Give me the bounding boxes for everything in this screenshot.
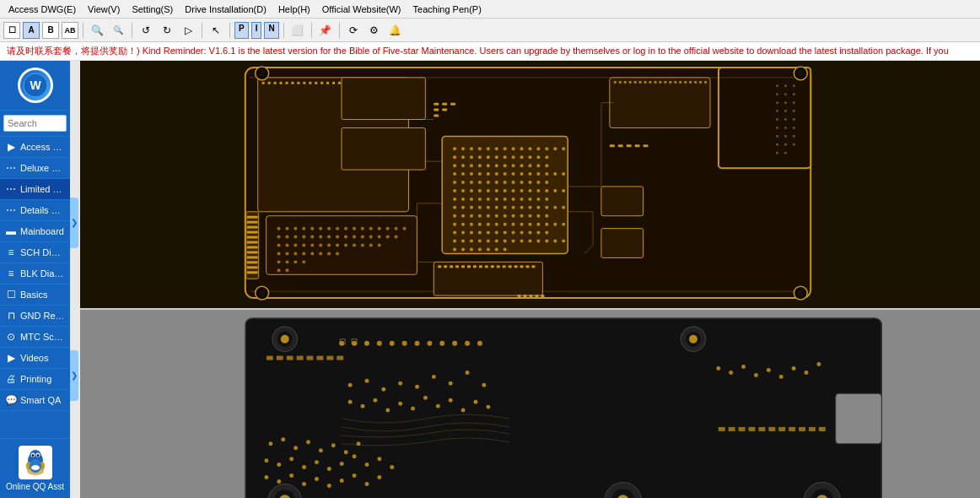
svg-point-153 xyxy=(478,214,482,218)
svg-point-301 xyxy=(344,235,347,239)
sidebar-item-mainboard[interactable]: ▬ Mainboard xyxy=(0,221,70,242)
sidebar-logo: W xyxy=(0,61,70,111)
pcb-container[interactable] xyxy=(80,61,980,498)
svg-point-78 xyxy=(503,164,507,167)
svg-point-76 xyxy=(487,164,490,167)
svg-point-69 xyxy=(529,155,532,159)
menu-drive-installation[interactable]: Drive Installation(D) xyxy=(180,3,272,16)
svg-rect-32 xyxy=(332,82,335,84)
svg-point-59 xyxy=(562,147,565,150)
svg-point-88 xyxy=(487,172,490,176)
pin-p-btn[interactable]: P xyxy=(234,22,249,39)
pin-i-btn[interactable]: I xyxy=(251,22,262,39)
menu-help[interactable]: Help(H) xyxy=(273,3,315,16)
pin-n-btn[interactable]: N xyxy=(264,22,278,39)
svg-rect-374 xyxy=(509,265,512,268)
sidebar-item-smart-qa[interactable]: 💬 Smart QA xyxy=(0,390,70,411)
svg-rect-370 xyxy=(485,265,488,268)
sidebar-item-limited-ed[interactable]: ⋯ Limited Ed. xyxy=(0,179,70,200)
svg-rect-30 xyxy=(320,82,323,84)
menu-teaching-pen[interactable]: Teaching Pen(P) xyxy=(408,3,487,16)
svg-point-93 xyxy=(529,172,532,176)
svg-point-143 xyxy=(512,206,515,209)
svg-point-281 xyxy=(310,227,314,230)
sidebar-item-details-dw[interactable]: ⋯ Details DW xyxy=(0,200,70,221)
zoom-out-btn[interactable]: 🔍 xyxy=(109,22,127,39)
toolbar-btn-a[interactable]: A xyxy=(23,22,40,39)
svg-point-86 xyxy=(470,172,473,176)
toolbar-btn-b[interactable]: B xyxy=(42,22,59,39)
svg-point-74 xyxy=(470,164,473,167)
forward-btn[interactable]: ▷ xyxy=(179,22,197,39)
svg-point-72 xyxy=(453,164,456,167)
svg-rect-506 xyxy=(326,356,333,360)
sidebar-item-printing[interactable]: 🖨 Printing xyxy=(0,369,70,390)
svg-point-411 xyxy=(465,341,470,346)
sidebar-item-deluxe-ed[interactable]: ⋯ Deluxe Ed. xyxy=(0,158,70,179)
basics-icon: ☐ xyxy=(5,289,17,300)
collapse-handle-bottom[interactable]: ❯ xyxy=(70,350,78,401)
svg-point-417 xyxy=(415,385,419,389)
svg-rect-364 xyxy=(450,265,453,268)
svg-point-322 xyxy=(285,252,288,255)
svg-rect-28 xyxy=(309,82,311,84)
sidebar-item-mtc-schen[interactable]: ⊙ MTC Schen. xyxy=(0,327,70,348)
sidebar: W ▶ Access DW ⋯ Deluxe Ed. ⋯ Limited Ed.… xyxy=(0,61,70,498)
sidebar-item-sch-diagr[interactable]: ≡ SCH Diagr. xyxy=(0,242,70,263)
select-btn[interactable]: ↖ xyxy=(207,22,225,39)
menu-view[interactable]: View(V) xyxy=(83,3,125,16)
svg-rect-503 xyxy=(297,356,304,360)
svg-point-130 xyxy=(503,198,507,201)
qq-icon[interactable] xyxy=(19,446,52,479)
svg-point-428 xyxy=(423,396,428,400)
svg-point-471 xyxy=(816,362,821,366)
svg-point-335 xyxy=(776,84,778,87)
toolbar-sep-3 xyxy=(202,23,202,38)
redo-btn[interactable]: ↻ xyxy=(158,22,176,39)
svg-point-439 xyxy=(331,443,336,447)
sidebar-item-basics[interactable]: ☐ Basics xyxy=(0,284,70,306)
svg-point-328 xyxy=(336,252,339,255)
mainboard-icon: ▬ xyxy=(5,225,17,237)
svg-point-344 xyxy=(776,110,778,112)
svg-point-359 xyxy=(776,152,778,154)
sidebar-item-blk-diagra[interactable]: ≡ BLK Diagra. xyxy=(0,263,70,284)
sidebar-item-gnd-resist[interactable]: ⊓ GND Resist. xyxy=(0,306,70,327)
svg-rect-383 xyxy=(541,295,544,297)
refresh-btn[interactable]: ⟳ xyxy=(344,22,363,39)
toolbar-btn-page[interactable]: ☐ xyxy=(3,22,20,39)
sidebar-item-access-dw[interactable]: ▶ Access DW xyxy=(0,137,70,158)
svg-point-159 xyxy=(529,214,532,218)
svg-rect-507 xyxy=(337,356,343,360)
zoom-in-btn[interactable]: 🔍 xyxy=(88,22,106,39)
svg-point-353 xyxy=(776,135,778,138)
pin-mode-btn[interactable]: 📌 xyxy=(316,22,335,39)
menu-official-website[interactable]: Official Website(W) xyxy=(317,3,407,16)
toolbar-btn-ab[interactable]: AB xyxy=(62,22,78,39)
svg-point-421 xyxy=(482,383,486,387)
svg-rect-239 xyxy=(643,144,649,147)
svg-point-64 xyxy=(487,155,490,159)
sidebar-item-videos[interactable]: ▶ Videos xyxy=(0,348,70,369)
svg-point-181 xyxy=(495,231,498,235)
svg-point-176 xyxy=(453,231,456,235)
svg-point-254 xyxy=(797,70,804,77)
svg-rect-226 xyxy=(694,81,697,84)
svg-point-297 xyxy=(310,235,314,239)
svg-rect-213 xyxy=(629,81,632,84)
undo-btn[interactable]: ↺ xyxy=(137,22,155,39)
svg-point-144 xyxy=(520,206,524,209)
svg-point-120 xyxy=(536,189,540,192)
menu-access-dwg[interactable]: Access DWG(E) xyxy=(3,3,81,16)
svg-rect-21 xyxy=(268,82,271,84)
svg-point-114 xyxy=(487,189,490,192)
search-input[interactable] xyxy=(3,115,67,132)
collapse-handle-top[interactable]: ❯ xyxy=(70,198,78,248)
settings-btn[interactable]: ⚙ xyxy=(365,22,384,39)
menu-setting[interactable]: Setting(S) xyxy=(127,3,178,16)
select-rect-btn[interactable]: ⬜ xyxy=(288,22,307,39)
svg-point-468 xyxy=(779,375,783,379)
svg-point-111 xyxy=(461,189,465,192)
svg-point-433 xyxy=(486,405,490,409)
notification-btn[interactable]: 🔔 xyxy=(386,22,405,39)
